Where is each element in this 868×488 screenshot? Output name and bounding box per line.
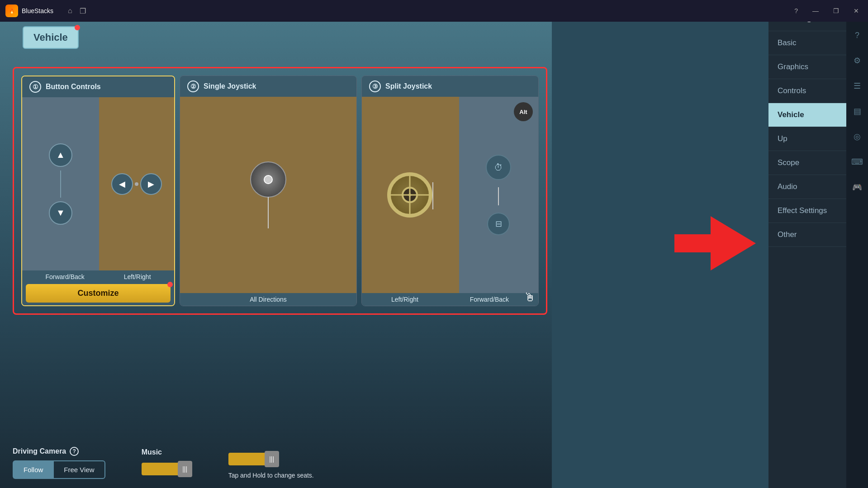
home-icon[interactable]: ⌂ [68, 7, 72, 15]
button-controls-label: Button Controls [46, 83, 101, 91]
single-joystick-card[interactable]: ② Single Joystick All Directions [180, 76, 357, 306]
split-joystick-body: Alt ⏱ ⊟ [362, 97, 538, 293]
app-logo: 🔥 BlueStacks [0, 5, 59, 17]
single-joystick-labels: All Directions [184, 296, 353, 303]
gauge-stem [498, 187, 499, 205]
sidebar-icon-help[interactable]: ? [849, 27, 865, 43]
sidebar-icon-target[interactable]: ◎ [849, 128, 865, 145]
split-joystick-labels: Left/Right Forward/Back [365, 296, 535, 303]
bottom-section: Driving Camera ? Follow Free View Music … [13, 446, 546, 479]
title-bar: 🔥 BlueStacks ⌂ ❐ ? — ❐ ✕ [0, 0, 868, 22]
title-bar-controls: ⌂ ❐ [68, 7, 86, 15]
speed-gauge-icon: ⏱ [486, 155, 511, 180]
joystick-inner [264, 175, 273, 184]
spoke-bottom [409, 193, 411, 214]
single-joystick-area [180, 97, 356, 293]
close-button[interactable]: ✕ [850, 5, 863, 16]
driving-camera-label-group: Driving Camera ? [13, 447, 105, 456]
forward-back-label: Forward/Back [45, 273, 84, 280]
driving-camera-tabs: Follow Free View [13, 460, 105, 479]
sidebar-icon-menu[interactable]: ☰ [849, 78, 865, 94]
split-joystick-card[interactable]: ③ Split Joystick Alt ⏱ [361, 76, 539, 306]
split-left-right-label: Left/Right [391, 296, 418, 303]
single-joystick-footer: All Directions [180, 293, 356, 306]
brake-button: ⊟ [487, 213, 510, 235]
customize-dot [167, 282, 173, 287]
joystick-stem [268, 197, 269, 228]
svg-marker-0 [674, 216, 756, 270]
vehicle-tag-label: Vehicle [33, 32, 68, 43]
seats-group: ||| Tap and Hold to change seats. [228, 446, 314, 479]
steering-stem [432, 182, 433, 209]
restore-button[interactable]: ❐ [830, 5, 843, 16]
back-button[interactable]: ▼ [49, 201, 72, 225]
spoke-right [408, 194, 429, 196]
seats-hint-label: Tap and Hold to change seats. [228, 472, 314, 479]
vehicle-tag: Vehicle [23, 26, 79, 49]
split-forward-back-label: Forward/Back [470, 296, 509, 303]
settings-sidebar: Settings ✕ Basic Graphics Controls Vehic… [768, 0, 868, 488]
seats-slider-fill [228, 453, 265, 465]
right-button[interactable]: ▶ [140, 173, 162, 195]
left-right-label: Left/Right [124, 273, 151, 280]
single-joystick-label: Single Joystick [204, 82, 256, 90]
sidebar-icon-gamepad[interactable]: 🎮 [849, 179, 865, 195]
split-joystick-left [362, 97, 459, 293]
driving-camera-group: Driving Camera ? Follow Free View [13, 447, 105, 479]
split-joystick-header: ③ Split Joystick [362, 76, 538, 97]
controls-container: ① Button Controls ▲ ▼ ◀ ▶ Forward/Back [13, 67, 547, 315]
single-joystick-header: ② Single Joystick [180, 76, 356, 97]
single-joystick-body [180, 97, 356, 293]
button-controls-card[interactable]: ① Button Controls ▲ ▼ ◀ ▶ Forward/Back [21, 76, 175, 306]
help-button[interactable]: ? [791, 5, 802, 16]
seats-slider[interactable]: ||| [228, 451, 314, 467]
alt-badge: Alt [514, 102, 533, 121]
music-slider-fill [142, 463, 178, 475]
follow-tab[interactable]: Follow [13, 460, 53, 479]
single-joystick-number: ② [187, 81, 199, 92]
music-slider[interactable]: ||| [142, 461, 192, 477]
button-controls-footer: Forward/Back Left/Right Customize [22, 270, 174, 305]
joystick-component [250, 161, 286, 228]
music-label: Music [142, 448, 192, 456]
left-button[interactable]: ◀ [111, 173, 133, 195]
red-arrow [674, 216, 756, 272]
music-group: Music ||| [142, 448, 192, 477]
sidebar-icon-keyboard[interactable]: ⌨ [849, 154, 865, 170]
all-directions-label: All Directions [250, 296, 287, 303]
left-right-section: ◀ ▶ [99, 97, 174, 270]
lr-buttons: ◀ ▶ [111, 173, 162, 195]
minimize-button[interactable]: — [809, 5, 822, 16]
sidebar-icon-layers[interactable]: ▤ [849, 103, 865, 119]
steering-wheel [387, 172, 432, 218]
customize-button[interactable]: Customize [26, 284, 171, 303]
split-joystick-footer: Left/Right Forward/Back [362, 293, 538, 306]
vertical-line [60, 171, 61, 198]
button-controls-header: ① Button Controls [22, 76, 174, 97]
free-view-tab[interactable]: Free View [53, 460, 105, 479]
driving-camera-help-icon[interactable]: ? [70, 447, 79, 456]
windows-icon[interactable]: ❐ [80, 7, 86, 15]
seats-slider-handle[interactable]: ||| [265, 451, 279, 467]
joystick-circle [250, 161, 286, 198]
app-title: BlueStacks [22, 7, 53, 14]
mouse-cursor-icon: 🖱 [524, 290, 536, 304]
sidebar-strip-icons: ? ⚙ ☰ ▤ ◎ ⌨ 🎮 [846, 0, 868, 488]
button-controls-body: ▲ ▼ ◀ ▶ [22, 97, 174, 270]
lr-center-dot [135, 182, 138, 186]
forward-button[interactable]: ▲ [49, 143, 72, 167]
vehicle-tag-dot [75, 25, 80, 30]
driving-camera-label: Driving Camera [13, 447, 66, 455]
split-joystick-right: Alt ⏱ ⊟ [459, 97, 539, 293]
forward-back-section: ▲ ▼ [22, 97, 99, 270]
button-controls-labels: Forward/Back Left/Right [26, 273, 171, 280]
music-slider-handle[interactable]: ||| [178, 461, 192, 477]
button-controls-number: ① [29, 81, 41, 93]
split-joystick-label: Split Joystick [385, 82, 432, 90]
split-joystick-number: ③ [369, 81, 381, 92]
title-bar-window-controls: ? — ❐ ✕ [791, 5, 868, 16]
sidebar-icon-gear[interactable]: ⚙ [849, 52, 865, 69]
bluestacks-logo-icon: 🔥 [5, 5, 18, 17]
